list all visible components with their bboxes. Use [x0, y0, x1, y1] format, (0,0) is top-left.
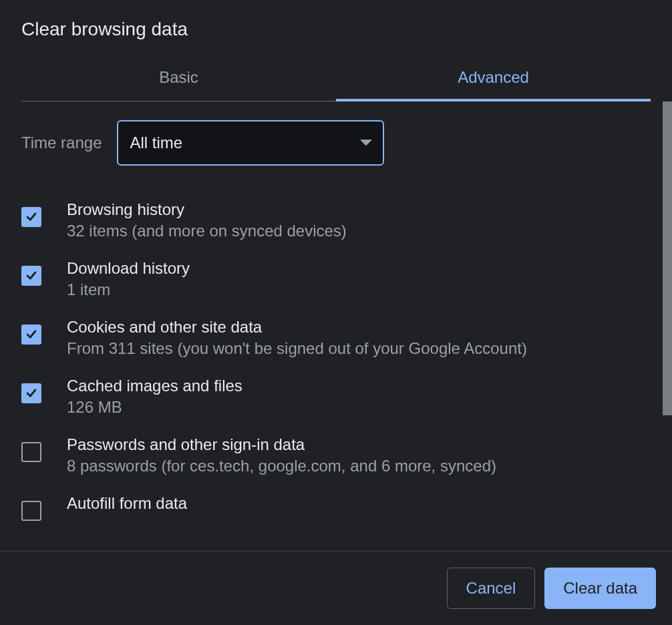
item-description: 1 item: [67, 280, 651, 299]
checkbox-cached-images[interactable]: [21, 383, 41, 403]
checkbox-cookies[interactable]: [21, 325, 41, 345]
time-range-label: Time range: [21, 134, 102, 152]
checkbox-content: Browsing history 32 items (and more on s…: [67, 200, 651, 240]
tabs-container: Basic Advanced: [21, 56, 651, 101]
list-item[interactable]: Cookies and other site data From 311 sit…: [21, 308, 651, 367]
checkbox-content: Cached images and files 126 MB: [67, 377, 651, 417]
list-item[interactable]: Browsing history 32 items (and more on s…: [21, 191, 651, 250]
checkbox-autofill[interactable]: [21, 501, 41, 521]
checkbox-download-history[interactable]: [21, 266, 41, 286]
item-title: Cookies and other site data: [67, 318, 651, 337]
tab-basic[interactable]: Basic: [21, 56, 336, 101]
item-description: 32 items (and more on synced devices): [67, 222, 651, 240]
checkbox-content: Cookies and other site data From 311 sit…: [67, 318, 651, 358]
time-range-select[interactable]: All time: [117, 120, 384, 166]
time-range-select-wrapper: All time: [117, 120, 384, 166]
list-item[interactable]: Cached images and files 126 MB: [21, 367, 651, 426]
item-title: Autofill form data: [67, 494, 651, 513]
list-item[interactable]: Autofill form data: [21, 485, 651, 530]
item-title: Cached images and files: [67, 377, 651, 395]
tab-advanced[interactable]: Advanced: [336, 56, 651, 101]
dialog-title: Clear browsing data: [21, 19, 651, 40]
item-description: 8 passwords (for ces.tech, google.com, a…: [67, 457, 651, 475]
item-title: Browsing history: [67, 200, 651, 219]
clear-data-button[interactable]: Clear data: [544, 568, 656, 609]
cancel-button[interactable]: Cancel: [447, 568, 536, 609]
checkbox-content: Passwords and other sign-in data 8 passw…: [67, 435, 651, 475]
dialog-footer: Cancel Clear data: [0, 551, 672, 625]
item-description: From 311 sites (you won't be signed out …: [67, 339, 651, 358]
scrollbar[interactable]: [663, 101, 672, 415]
time-range-row: Time range All time: [21, 120, 651, 166]
checkbox-list: Browsing history 32 items (and more on s…: [21, 191, 651, 530]
list-item[interactable]: Passwords and other sign-in data 8 passw…: [21, 426, 651, 485]
list-item[interactable]: Download history 1 item: [21, 250, 651, 308]
checkbox-passwords[interactable]: [21, 442, 41, 462]
item-title: Download history: [67, 259, 651, 278]
item-title: Passwords and other sign-in data: [67, 435, 651, 454]
checkbox-browsing-history[interactable]: [21, 207, 41, 227]
dialog-content: Time range All time Browsing history 32 …: [0, 101, 672, 551]
checkbox-content: Autofill form data: [67, 494, 651, 515]
checkbox-content: Download history 1 item: [67, 259, 651, 299]
item-description: 126 MB: [67, 398, 651, 417]
